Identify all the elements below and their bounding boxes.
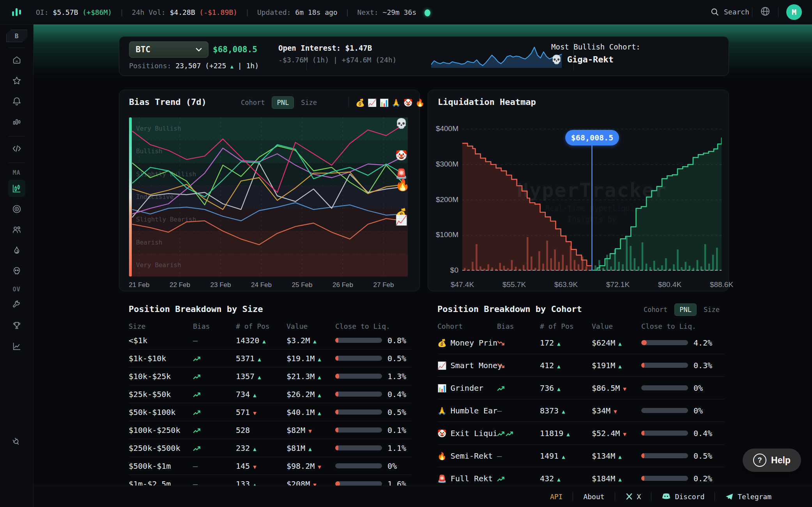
row-label: 📊Grinder (437, 383, 497, 393)
avatar[interactable]: M (786, 4, 802, 20)
row-label: 🔥Semi-Rekt (437, 451, 497, 461)
table-row[interactable]: $1k-$10k5371▲$19.1M▲0.5% (129, 349, 411, 367)
triangle-up-icon: ▲ (618, 454, 621, 460)
table-row[interactable]: $10k-$25k1357▲$21.3M▲1.3% (129, 367, 411, 385)
table-row[interactable]: $50k-$100k571▼$40.1M▲0.5% (129, 403, 411, 421)
row-positions: 736▲ (540, 383, 592, 393)
row-positions: 1357▲ (236, 372, 287, 381)
liq-progress-bar (335, 374, 382, 379)
cohort-filter-emoji[interactable]: 🤡 (403, 98, 413, 107)
row-bias (193, 354, 236, 363)
table-row[interactable]: $500k-$1m—145▼$98.2M▼0% (129, 457, 411, 475)
sidebar-item-tools[interactable] (8, 296, 25, 314)
row-positions: 172▲ (540, 338, 592, 347)
row-close-to-liq: 4.2% (641, 338, 724, 347)
bias-flat-icon: — (193, 461, 198, 471)
col-value: Value (592, 322, 641, 330)
footer-discord-link[interactable]: Discord (651, 493, 715, 501)
activity-bars-icon (12, 117, 22, 127)
language-button[interactable] (760, 6, 770, 18)
table-row[interactable]: $25k-$50k734▲$26.2M▲0.4% (129, 385, 411, 403)
table-row[interactable]: 🔥Semi-Rekt—1491▲$134M▲0.5% (437, 444, 724, 467)
telegram-icon (725, 493, 734, 500)
cohort-filter-emoji[interactable]: 📊 (379, 98, 389, 107)
sidebar-item-hot[interactable] (8, 242, 25, 259)
toggle-pnl[interactable]: PNL (674, 303, 697, 316)
sidebar-item-leaderboard[interactable] (8, 317, 25, 334)
positions-count: 432 (540, 474, 554, 483)
toggle-size[interactable]: Size (699, 304, 724, 316)
sidebar-item-stats[interactable] (8, 338, 25, 355)
sidebar-badge[interactable]: B (6, 30, 27, 42)
table-row[interactable]: 📊Grinder736▲$86.5M▼0% (437, 376, 724, 399)
table-row[interactable]: 💰Money Prin172▲$624M▲4.2% (437, 332, 724, 354)
cohort-filter-emoji[interactable]: 🙏 (391, 98, 401, 107)
footer-api-link[interactable]: API (540, 493, 573, 501)
sidebar-item-api-code[interactable] (8, 140, 25, 157)
liq-x-tick: $55.7K (502, 280, 526, 289)
cohort-filter-emoji[interactable]: 🔥 (416, 98, 425, 107)
row-value: $3.2M▲ (287, 336, 335, 345)
row-label-text: Semi-Rekt (451, 451, 493, 461)
row-value: $86.5M▼ (592, 383, 641, 393)
help-button[interactable]: ? Help (743, 448, 801, 472)
row-label-text: Grinder (451, 383, 483, 393)
bias-flat-icon: — (497, 451, 502, 461)
footer-telegram-link[interactable]: Telegram (715, 493, 782, 501)
sidebar-item-integrations[interactable] (8, 433, 25, 450)
sidebar-item-alerts[interactable] (8, 93, 25, 110)
liq-progress-fill (641, 363, 644, 368)
series-end-emoji: 🤡 (395, 151, 407, 160)
row-positions: 412▲ (540, 361, 592, 370)
row-close-to-liq: 0.1% (335, 425, 411, 435)
toggle-cohort[interactable]: Cohort (236, 97, 269, 108)
toggle-cohort[interactable]: Cohort (639, 304, 672, 316)
sidebar-item-market-analysis[interactable] (8, 180, 25, 197)
x-logo-icon (625, 493, 633, 500)
table-row[interactable]: 🙏Humble Ear—8373▲$34M▼0% (437, 399, 724, 422)
table-row[interactable]: $250k-$500k232▲$81M▲1.1% (129, 439, 411, 457)
close-to-liq-pct: 0% (693, 383, 703, 393)
cohort-emoji-icon: 🚨 (437, 474, 447, 483)
toggle-pnl[interactable]: PNL (272, 96, 294, 109)
row-close-to-liq: 0.5% (335, 354, 411, 363)
row-positions: 8373▲ (540, 406, 592, 415)
app-logo-icon[interactable] (9, 4, 25, 20)
row-label-text: $250k-$500k (129, 443, 180, 453)
row-label: <$1k (129, 336, 193, 345)
table-row[interactable]: <$1k—14320▲$3.2M▲0.8% (129, 332, 411, 349)
asset-selector[interactable]: BTC (129, 41, 209, 58)
footer-x-link[interactable]: X (615, 493, 651, 501)
sidebar-item-radar[interactable] (8, 200, 25, 218)
value-amount: $3.2M (287, 336, 310, 345)
bias-x-tick: 23 Feb (211, 281, 231, 289)
footer-about-link[interactable]: About (573, 493, 614, 501)
triangle-down-icon: ▼ (623, 431, 626, 437)
row-label: 📈Smart Money (437, 361, 497, 370)
table-row[interactable]: 🤡Exit Liqui11819▲$52.4M▼0.4% (437, 422, 724, 444)
row-label: 🙏Humble Ear (437, 406, 497, 415)
toggle-size[interactable]: Size (296, 97, 322, 108)
sidebar-item-favorites[interactable] (8, 72, 25, 89)
cohort-filter-emoji[interactable]: 📈 (368, 98, 377, 107)
search-button[interactable]: Search (711, 8, 744, 16)
col-liq: Close to Liq. (335, 322, 411, 330)
sidebar-item-home[interactable] (8, 51, 25, 69)
sidebar-item-cohorts[interactable] (8, 221, 25, 238)
positions-count: 232 (236, 443, 250, 453)
table-row[interactable]: $100k-$250k528$82M▼0.1% (129, 421, 411, 439)
badge-letter: B (15, 32, 19, 40)
sidebar-item-activity[interactable] (8, 113, 25, 131)
row-bias (193, 425, 236, 435)
sidebar-item-rekt[interactable] (8, 262, 25, 280)
triangle-up-icon: ▲ (253, 446, 256, 452)
table-row[interactable]: 📈Smart Money412▲$191M▲0.3% (437, 354, 724, 376)
close-to-liq-pct: 0.4% (387, 390, 406, 399)
row-bias (193, 390, 236, 399)
cohort-filter-emoji[interactable]: 💰 (356, 98, 365, 107)
row-label: $250k-$500k (129, 443, 193, 453)
row-bias: — (497, 406, 540, 415)
triangle-down-icon: ▼ (614, 408, 617, 415)
oi-change: (+$86M) (82, 8, 112, 16)
row-close-to-liq: 0.8% (335, 336, 411, 345)
